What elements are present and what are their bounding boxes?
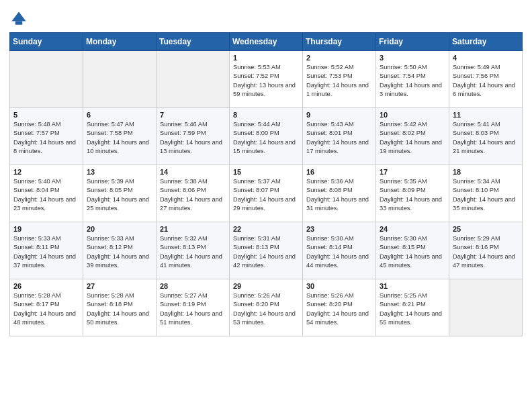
day-number: 21	[160, 225, 226, 233]
day-info: Sunrise: 5:40 AM Sunset: 8:04 PM Dayligh…	[13, 177, 79, 214]
day-number: 12	[13, 168, 79, 176]
day-info: Sunrise: 5:33 AM Sunset: 8:12 PM Dayligh…	[87, 234, 152, 271]
daylight-text: Daylight: 13 hours and 59 minutes.	[233, 82, 296, 97]
daylight-text: Daylight: 14 hours and 10 minutes.	[87, 139, 149, 154]
day-info: Sunrise: 5:31 AM Sunset: 8:13 PM Dayligh…	[233, 234, 299, 271]
sunrise-text: Sunrise: 5:46 AM	[160, 121, 208, 128]
day-cell: 13 Sunrise: 5:39 AM Sunset: 8:05 PM Dayl…	[83, 165, 157, 222]
sunrise-text: Sunrise: 5:26 AM	[306, 292, 354, 299]
sunset-text: Sunset: 7:59 PM	[160, 130, 206, 136]
day-info: Sunrise: 5:37 AM Sunset: 8:07 PM Dayligh…	[233, 177, 299, 214]
daylight-text: Daylight: 14 hours and 13 minutes.	[160, 139, 222, 154]
day-cell: 11 Sunrise: 5:41 AM Sunset: 8:03 PM Dayl…	[449, 108, 523, 165]
sunset-text: Sunset: 8:00 PM	[233, 130, 279, 136]
day-cell: 17 Sunrise: 5:35 AM Sunset: 8:09 PM Dayl…	[376, 165, 449, 222]
day-cell: 12 Sunrise: 5:40 AM Sunset: 8:04 PM Dayl…	[10, 165, 83, 222]
day-info: Sunrise: 5:25 AM Sunset: 8:21 PM Dayligh…	[380, 291, 445, 328]
day-info: Sunrise: 5:30 AM Sunset: 8:14 PM Dayligh…	[306, 234, 372, 271]
header-cell-saturday: Saturday	[449, 33, 523, 51]
daylight-text: Daylight: 14 hours and 50 minutes.	[87, 310, 149, 326]
day-info: Sunrise: 5:27 AM Sunset: 8:19 PM Dayligh…	[160, 291, 226, 328]
day-cell: 27 Sunrise: 5:28 AM Sunset: 8:18 PM Dayl…	[83, 279, 157, 336]
day-cell: 30 Sunrise: 5:26 AM Sunset: 8:20 PM Dayl…	[303, 279, 376, 336]
day-cell: 5 Sunrise: 5:48 AM Sunset: 7:57 PM Dayli…	[10, 108, 83, 165]
sunrise-text: Sunrise: 5:26 AM	[233, 292, 281, 299]
day-info: Sunrise: 5:26 AM Sunset: 8:20 PM Dayligh…	[233, 291, 299, 328]
day-cell: 25 Sunrise: 5:29 AM Sunset: 8:16 PM Dayl…	[449, 222, 523, 279]
day-info: Sunrise: 5:49 AM Sunset: 7:56 PM Dayligh…	[453, 63, 519, 99]
day-number: 22	[233, 225, 299, 233]
day-number: 30	[306, 282, 372, 290]
day-info: Sunrise: 5:43 AM Sunset: 8:01 PM Dayligh…	[306, 120, 372, 156]
day-cell: 10 Sunrise: 5:42 AM Sunset: 8:02 PM Dayl…	[376, 108, 449, 165]
day-number: 8	[233, 111, 299, 119]
day-number: 26	[13, 282, 79, 290]
day-number: 20	[87, 225, 152, 233]
header-cell-tuesday: Tuesday	[157, 33, 230, 51]
sunset-text: Sunset: 8:15 PM	[380, 244, 426, 250]
day-cell: 7 Sunrise: 5:46 AM Sunset: 7:59 PM Dayli…	[157, 108, 230, 165]
sunset-text: Sunset: 8:12 PM	[87, 244, 133, 250]
daylight-text: Daylight: 14 hours and 54 minutes.	[306, 310, 369, 326]
day-info: Sunrise: 5:50 AM Sunset: 7:54 PM Dayligh…	[380, 63, 445, 99]
sunrise-text: Sunrise: 5:43 AM	[306, 121, 354, 128]
day-cell: 24 Sunrise: 5:30 AM Sunset: 8:15 PM Dayl…	[376, 222, 449, 279]
header-row: SundayMondayTuesdayWednesdayThursdayFrid…	[10, 33, 523, 51]
daylight-text: Daylight: 14 hours and 44 minutes.	[306, 253, 369, 269]
day-info: Sunrise: 5:47 AM Sunset: 7:58 PM Dayligh…	[87, 120, 152, 156]
day-number: 6	[87, 111, 152, 119]
sunrise-text: Sunrise: 5:37 AM	[233, 178, 281, 185]
daylight-text: Daylight: 14 hours and 19 minutes.	[380, 139, 442, 154]
day-number: 31	[380, 282, 445, 290]
day-cell: 9 Sunrise: 5:43 AM Sunset: 8:01 PM Dayli…	[303, 108, 376, 165]
daylight-text: Daylight: 14 hours and 35 minutes.	[453, 196, 515, 212]
day-number: 17	[380, 168, 445, 176]
sunrise-text: Sunrise: 5:48 AM	[13, 121, 61, 128]
day-cell: 8 Sunrise: 5:44 AM Sunset: 8:00 PM Dayli…	[230, 108, 303, 165]
sunrise-text: Sunrise: 5:40 AM	[13, 178, 61, 185]
sunset-text: Sunset: 8:02 PM	[380, 130, 426, 136]
daylight-text: Daylight: 14 hours and 45 minutes.	[380, 253, 442, 269]
svg-marker-0	[12, 12, 26, 21]
day-number: 15	[233, 168, 299, 176]
sunset-text: Sunset: 8:19 PM	[160, 301, 206, 308]
daylight-text: Daylight: 14 hours and 23 minutes.	[13, 196, 76, 212]
day-info: Sunrise: 5:32 AM Sunset: 8:13 PM Dayligh…	[160, 234, 226, 271]
day-number: 3	[380, 54, 445, 62]
daylight-text: Daylight: 14 hours and 25 minutes.	[87, 196, 149, 212]
daylight-text: Daylight: 14 hours and 27 minutes.	[160, 196, 222, 212]
daylight-text: Daylight: 14 hours and 55 minutes.	[380, 310, 442, 326]
day-cell	[157, 51, 230, 108]
daylight-text: Daylight: 14 hours and 31 minutes.	[306, 196, 369, 212]
day-info: Sunrise: 5:48 AM Sunset: 7:57 PM Dayligh…	[13, 120, 79, 156]
sunrise-text: Sunrise: 5:28 AM	[87, 292, 134, 299]
daylight-text: Daylight: 14 hours and 1 minute.	[306, 82, 369, 97]
day-cell: 19 Sunrise: 5:33 AM Sunset: 8:11 PM Dayl…	[10, 222, 83, 279]
daylight-text: Daylight: 14 hours and 3 minutes.	[380, 82, 442, 97]
day-cell: 14 Sunrise: 5:38 AM Sunset: 8:06 PM Dayl…	[157, 165, 230, 222]
sunset-text: Sunset: 8:20 PM	[306, 301, 353, 308]
day-cell: 18 Sunrise: 5:34 AM Sunset: 8:10 PM Dayl…	[449, 165, 523, 222]
day-cell: 2 Sunrise: 5:52 AM Sunset: 7:53 PM Dayli…	[303, 51, 376, 108]
day-number: 9	[306, 111, 372, 119]
sunrise-text: Sunrise: 5:33 AM	[13, 235, 61, 242]
sunset-text: Sunset: 8:13 PM	[233, 244, 279, 250]
sunset-text: Sunset: 8:21 PM	[380, 301, 426, 308]
day-info: Sunrise: 5:29 AM Sunset: 8:16 PM Dayligh…	[453, 234, 519, 271]
week-row-1: 1 Sunrise: 5:53 AM Sunset: 7:52 PM Dayli…	[10, 51, 523, 108]
day-info: Sunrise: 5:41 AM Sunset: 8:03 PM Dayligh…	[453, 120, 519, 156]
sunset-text: Sunset: 8:10 PM	[453, 187, 499, 193]
sunset-text: Sunset: 8:17 PM	[13, 301, 60, 308]
calendar-table: SundayMondayTuesdayWednesdayThursdayFrid…	[9, 32, 523, 336]
header	[9, 7, 523, 28]
day-cell: 28 Sunrise: 5:27 AM Sunset: 8:19 PM Dayl…	[157, 279, 230, 336]
day-number: 5	[13, 111, 79, 119]
day-number: 1	[233, 54, 299, 62]
day-info: Sunrise: 5:52 AM Sunset: 7:53 PM Dayligh…	[306, 63, 372, 99]
sunset-text: Sunset: 7:53 PM	[306, 73, 353, 79]
day-number: 29	[233, 282, 299, 290]
day-cell	[83, 51, 157, 108]
daylight-text: Daylight: 14 hours and 37 minutes.	[13, 253, 76, 269]
sunrise-text: Sunrise: 5:36 AM	[306, 178, 354, 185]
day-info: Sunrise: 5:36 AM Sunset: 8:08 PM Dayligh…	[306, 177, 372, 214]
